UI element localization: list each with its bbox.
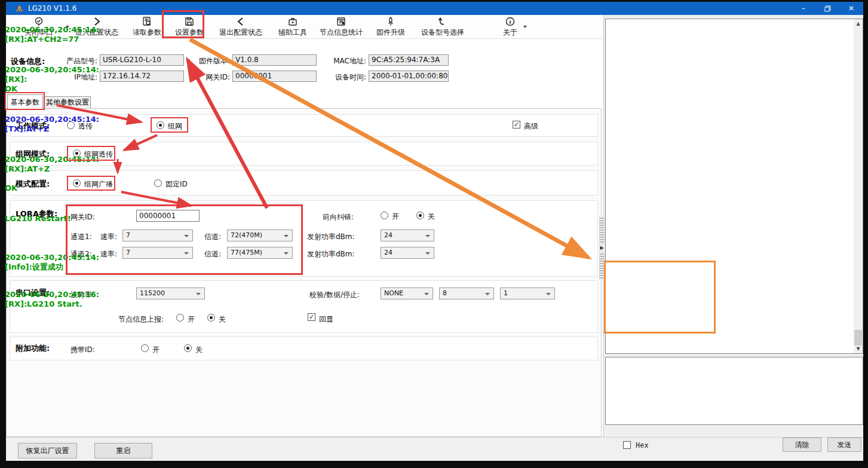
toolbar-item-label: 节点信息统计 bbox=[313, 27, 369, 37]
restore-icon bbox=[824, 5, 831, 12]
checkbox-label: 回显 bbox=[319, 314, 333, 325]
toolbar-item-about[interactable]: 关于 bbox=[499, 16, 521, 38]
log-entry: 2020-06-30,20:45:14: [TX]:AT+Z bbox=[5, 115, 244, 134]
log-entry: 2020-06-30,20:45:14: [RX]: OK bbox=[5, 65, 244, 94]
field-label: MAC地址: bbox=[323, 56, 366, 66]
parity-label: 校验/数据/停止: bbox=[309, 290, 360, 300]
firmware-version-field: V1.0.8 bbox=[232, 54, 317, 66]
select-value: 8 bbox=[443, 289, 447, 297]
advanced-checkbox[interactable] bbox=[513, 121, 520, 129]
toolbar-item-label: 辅助工具 bbox=[275, 27, 311, 37]
fec-off-radio[interactable] bbox=[416, 212, 424, 219]
select-value: 1 bbox=[504, 289, 508, 297]
firmware-upgrade-icon bbox=[373, 16, 409, 27]
window-title: LG210 V1.1.6 bbox=[28, 4, 76, 13]
log-entry: 2020-06-30,20:45:14: [RX]:AT+CH2=77 bbox=[5, 25, 244, 44]
checkbox-label: 高级 bbox=[524, 121, 538, 131]
echo-checkbox[interactable] bbox=[308, 313, 315, 321]
toolbar-item-node-stats[interactable]: 节点信息统计 bbox=[313, 16, 369, 38]
toolbar-item-label: 关于 bbox=[499, 27, 521, 37]
gateway-id-field: 00000001 bbox=[232, 71, 317, 82]
select-value: NONE bbox=[384, 289, 403, 297]
device-time-field: 2000-01-01,00:00:80 bbox=[369, 71, 449, 82]
close-button[interactable]: ✕ bbox=[839, 2, 863, 15]
log-entry: 2020-06-30,20:45:16: [RX]:LG210 Start. bbox=[5, 290, 244, 309]
section-extra bbox=[10, 337, 598, 360]
maximize-button[interactable] bbox=[815, 2, 839, 15]
hex-label: Hex bbox=[636, 442, 649, 450]
carry-id-label: 携带ID: bbox=[70, 345, 95, 355]
log-output[interactable] bbox=[605, 19, 863, 354]
power-label: 发射功率dBm: bbox=[307, 249, 355, 259]
log-content: 2020-06-30,20:45:14: [RX]:AT+CH2=772020-… bbox=[5, 25, 244, 330]
radio-label: 关 bbox=[195, 345, 203, 355]
toolbar-item-tools[interactable]: 辅助工具 bbox=[275, 16, 311, 38]
dropdown-caret-icon[interactable] bbox=[523, 26, 527, 28]
log-scrollbar[interactable]: ▲ ▼ bbox=[854, 19, 863, 353]
carry-id-on-radio[interactable] bbox=[141, 344, 149, 352]
scroll-down-icon[interactable]: ▼ bbox=[854, 344, 863, 353]
parity-select[interactable]: NONE bbox=[381, 287, 433, 299]
send-button[interactable]: 发送 bbox=[827, 438, 861, 452]
radio-label: 开 bbox=[152, 345, 160, 355]
log-entry: 2020-06-30,20:45:14: [RX]:AT+Z OK bbox=[5, 155, 244, 193]
log-entry: 2020-06-30,20:45:14: [Info]:设置成功 bbox=[5, 253, 244, 272]
toolbar-item-label: 设备型号选择 bbox=[413, 27, 472, 37]
scrollbar-thumb[interactable] bbox=[854, 330, 862, 345]
hex-checkbox[interactable] bbox=[623, 441, 631, 449]
app-logo-icon bbox=[16, 5, 23, 13]
node-stats-icon bbox=[313, 16, 369, 27]
databits-select[interactable]: 8 bbox=[439, 287, 494, 299]
ch1-power-select[interactable]: 24 bbox=[381, 230, 434, 241]
tab-basic-params[interactable]: 基本参数 bbox=[7, 94, 43, 109]
mac-address-field: 9C:A5:25:94:7A:3A bbox=[369, 54, 449, 66]
toolbar-item-firmware-upgrade[interactable]: 固件升级 bbox=[373, 16, 409, 38]
restart-button[interactable]: 重启 bbox=[94, 443, 152, 458]
toolbar-item-device-model[interactable]: 设备型号选择 bbox=[413, 16, 472, 38]
select-value: 24 bbox=[384, 249, 392, 256]
scroll-up-icon[interactable]: ▲ bbox=[854, 19, 863, 28]
radio-label: 关 bbox=[428, 212, 435, 222]
fec-on-radio[interactable] bbox=[381, 212, 388, 219]
log-entry: LG210 Restart! bbox=[5, 214, 244, 224]
clear-button[interactable]: 清除 bbox=[783, 438, 821, 452]
about-icon bbox=[499, 16, 521, 27]
device-model-icon bbox=[413, 16, 472, 27]
select-value: 24 bbox=[384, 231, 392, 239]
application-window: LG210 V1.1.6 – ✕ 关闭串口进入配置状态读取参数设置参数退出配置状… bbox=[0, 0, 868, 468]
toolbar-item-label: 固件升级 bbox=[373, 27, 409, 37]
extra-title: 附加功能: bbox=[16, 343, 50, 354]
radio-label: 开 bbox=[392, 212, 399, 222]
send-input-area[interactable] bbox=[605, 357, 863, 425]
carry-id-off-radio[interactable] bbox=[184, 344, 192, 352]
power-label: 发射功率dBm: bbox=[307, 232, 355, 242]
stopbits-select[interactable]: 1 bbox=[500, 287, 555, 299]
fec-label: 前向纠错: bbox=[323, 212, 354, 222]
field-label: 设备时间: bbox=[323, 72, 366, 82]
minimize-button[interactable]: – bbox=[792, 2, 815, 15]
ch2-power-select[interactable]: 24 bbox=[381, 247, 434, 259]
factory-reset-button[interactable]: 恢复出厂设置 bbox=[18, 443, 77, 458]
title-bar: LG210 V1.1.6 – ✕ bbox=[6, 2, 863, 15]
tools-icon bbox=[275, 16, 311, 27]
splitter-collapse-icon[interactable]: ▶ bbox=[599, 244, 605, 252]
